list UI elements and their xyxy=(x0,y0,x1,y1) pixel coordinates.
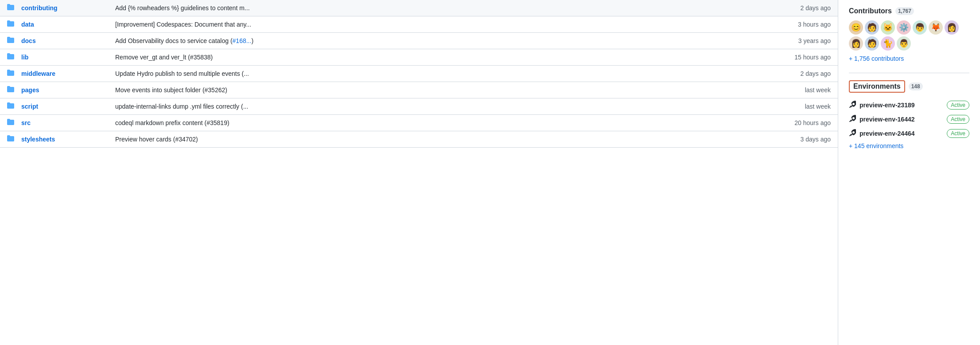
timestamp: 15 hours ago xyxy=(786,54,831,61)
folder-icon xyxy=(7,53,16,62)
file-name[interactable]: middleware xyxy=(21,70,110,77)
commit-message: Preview hover cards (#34702) xyxy=(115,136,781,143)
sidebar: Contributors 1,767 😊🧑🐱⚙️👦🦊👩👩🧑🐈👨 + 1,756 … xyxy=(838,0,980,345)
commit-message: Remove ver_gt and ver_lt (#35838) xyxy=(115,54,781,61)
folder-icon xyxy=(7,118,16,127)
file-row: stylesheetsPreview hover cards (#34702)3… xyxy=(0,131,838,148)
timestamp: 20 hours ago xyxy=(786,119,831,126)
file-row: contributingAdd {% rowheaders %} guideli… xyxy=(0,0,838,16)
file-row: data[Improvement] Codespaces: Document t… xyxy=(0,16,838,33)
file-list: contributingAdd {% rowheaders %} guideli… xyxy=(0,0,838,345)
file-name[interactable]: docs xyxy=(21,37,110,44)
contributors-count: 1,767 xyxy=(895,7,914,15)
file-row: pagesMove events into subject folder (#3… xyxy=(0,82,838,98)
contributor-avatar[interactable]: 🧑 xyxy=(865,20,879,35)
file-name[interactable]: data xyxy=(21,21,110,28)
folder-icon xyxy=(7,69,16,78)
contributor-avatar[interactable]: 😊 xyxy=(849,20,863,35)
contributor-avatar[interactable]: 🧑 xyxy=(865,36,879,51)
contributors-grid: 😊🧑🐱⚙️👦🦊👩👩🧑🐈👨 xyxy=(849,20,969,51)
environments-count: 148 xyxy=(909,82,923,90)
file-name[interactable]: pages xyxy=(21,86,110,94)
file-row: srccodeql markdown prefix content (#3581… xyxy=(0,115,838,131)
contributor-avatar[interactable]: 🐈 xyxy=(881,36,895,51)
environments-title-box[interactable]: Environments xyxy=(849,80,905,93)
commit-message: Add Observability docs to service catalo… xyxy=(115,37,781,44)
commit-message: [Improvement] Codespaces: Document that … xyxy=(115,21,781,28)
file-row: scriptupdate-internal-links dump .yml fi… xyxy=(0,98,838,115)
environment-name[interactable]: preview-env-24464 xyxy=(859,130,943,137)
contributor-avatar[interactable]: 🐱 xyxy=(881,20,895,35)
rocket-icon xyxy=(849,129,856,138)
file-row: docsAdd Observability docs to service ca… xyxy=(0,33,838,49)
environments-title: Environments xyxy=(853,82,901,90)
commit-link[interactable]: #168... xyxy=(233,37,252,44)
timestamp: last week xyxy=(786,103,831,110)
environment-item: preview-env-23189Active xyxy=(849,98,969,112)
environment-item: preview-env-16442Active xyxy=(849,112,969,126)
folder-icon xyxy=(7,135,16,144)
file-name[interactable]: script xyxy=(21,103,110,110)
timestamp: 3 years ago xyxy=(786,37,831,44)
rocket-icon xyxy=(849,115,856,124)
commit-message: update-internal-links dump .yml files co… xyxy=(115,103,781,110)
folder-icon xyxy=(7,20,16,29)
contributor-avatar[interactable]: 👩 xyxy=(849,36,863,51)
folder-icon xyxy=(7,4,16,12)
commit-message: Update Hydro publish to send multiple ev… xyxy=(115,70,781,77)
commit-message: Add {% rowheaders %} guidelines to conte… xyxy=(115,4,781,12)
timestamp: 3 hours ago xyxy=(786,21,831,28)
environment-name[interactable]: preview-env-23189 xyxy=(859,102,943,109)
file-row: libRemove ver_gt and ver_lt (#35838)15 h… xyxy=(0,49,838,66)
file-name[interactable]: src xyxy=(21,119,110,126)
file-name[interactable]: stylesheets xyxy=(21,136,110,143)
folder-icon xyxy=(7,36,16,45)
contributor-avatar[interactable]: ⚙️ xyxy=(897,20,911,35)
env-items-container: preview-env-23189Activepreview-env-16442… xyxy=(849,98,969,141)
active-badge: Active xyxy=(947,115,969,124)
timestamp: last week xyxy=(786,86,831,94)
contributor-avatar[interactable]: 👨 xyxy=(897,36,911,51)
divider xyxy=(849,73,969,73)
environment-name[interactable]: preview-env-16442 xyxy=(859,116,943,123)
commit-message: codeql markdown prefix content (#35819) xyxy=(115,119,781,126)
more-environments-link[interactable]: + 145 environments xyxy=(849,142,969,149)
environments-header: Environments 148 xyxy=(849,80,969,93)
contributors-section: Contributors 1,767 😊🧑🐱⚙️👦🦊👩👩🧑🐈👨 + 1,756 … xyxy=(849,7,969,62)
active-badge: Active xyxy=(947,101,969,110)
file-name[interactable]: contributing xyxy=(21,4,110,12)
rocket-icon xyxy=(849,101,856,110)
timestamp: 2 days ago xyxy=(786,4,831,12)
file-row: middlewareUpdate Hydro publish to send m… xyxy=(0,66,838,82)
contributor-avatar[interactable]: 👦 xyxy=(913,20,927,35)
active-badge: Active xyxy=(947,129,969,138)
timestamp: 2 days ago xyxy=(786,70,831,77)
more-contributors-link[interactable]: + 1,756 contributors xyxy=(849,55,969,62)
commit-message: Move events into subject folder (#35262) xyxy=(115,86,781,94)
contributor-avatar[interactable]: 👩 xyxy=(945,20,959,35)
contributor-avatar[interactable]: 🦊 xyxy=(929,20,943,35)
folder-icon xyxy=(7,86,16,94)
contributors-header: Contributors 1,767 xyxy=(849,7,969,15)
contributors-title: Contributors xyxy=(849,7,892,15)
folder-icon xyxy=(7,102,16,111)
file-name[interactable]: lib xyxy=(21,54,110,61)
timestamp: 3 days ago xyxy=(786,136,831,143)
environments-section: Environments 148 preview-env-23189Active… xyxy=(849,80,969,149)
environment-item: preview-env-24464Active xyxy=(849,126,969,141)
